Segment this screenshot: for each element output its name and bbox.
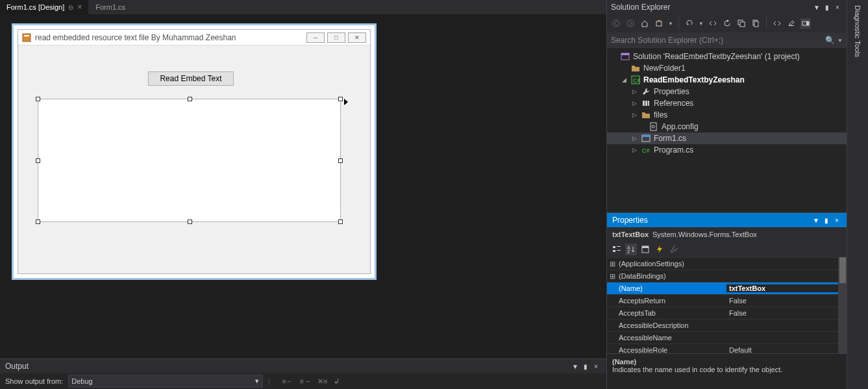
references-node[interactable]: ▷ References	[607, 97, 847, 109]
properties-object-selector[interactable]: txtTextBox System.Windows.Forms.TextBox	[607, 227, 847, 242]
resize-handle[interactable]	[188, 97, 192, 101]
form1-node[interactable]: ▷ Form1.cs	[607, 132, 847, 144]
solution-explorer-search[interactable]: Search Solution Explorer (Ctrl+;) 🔍 ▼	[607, 32, 847, 48]
property-row[interactable]: ⊞(DataBindings)	[607, 270, 847, 282]
collapse-all-icon[interactable]	[736, 18, 747, 29]
close-button[interactable]: ✕	[348, 32, 366, 43]
goto-next-icon[interactable]: ≡→	[300, 377, 311, 386]
events-icon[interactable]	[654, 244, 665, 255]
preview-icon[interactable]	[800, 18, 811, 29]
design-surface[interactable]: read embedded resource text file By Muha…	[12, 23, 377, 280]
properties-header[interactable]: Properties ▼ ▮ ×	[607, 213, 847, 227]
alphabetical-icon[interactable]: AZ	[625, 244, 637, 255]
close-icon[interactable]: ×	[591, 363, 601, 370]
tab-form1-design[interactable]: Form1.cs [Design] ⊖ ×	[0, 0, 89, 14]
minimize-button[interactable]: ─	[306, 32, 325, 43]
expand-icon[interactable]: ⊞	[607, 260, 617, 268]
categorized-icon[interactable]	[611, 244, 623, 255]
refresh-icon[interactable]	[722, 18, 732, 29]
property-name: AccessibleDescription	[617, 321, 726, 329]
pin-icon[interactable]: ▮	[822, 4, 832, 11]
svg-point-2	[613, 20, 619, 27]
expand-icon[interactable]: ⊞	[607, 272, 617, 281]
expand-icon[interactable]: ▷	[630, 135, 638, 142]
solution-node[interactable]: ▷ Solution 'ReadEmbedTextbyZeeshan' (1 p…	[607, 51, 847, 62]
forward-icon[interactable]	[625, 18, 636, 29]
close-icon[interactable]: ×	[832, 217, 842, 224]
property-name: (ApplicationSettings)	[617, 260, 726, 268]
program-node[interactable]: ▷ C# Program.cs	[607, 144, 847, 156]
resize-handle[interactable]	[338, 158, 343, 163]
property-name: (Name)	[617, 284, 726, 292]
search-placeholder: Search Solution Explorer (Ctrl+;)	[611, 36, 723, 45]
resize-handle[interactable]	[188, 220, 192, 224]
show-all-files-icon[interactable]	[750, 18, 761, 29]
properties-grid[interactable]: ⊞(ApplicationSettings)⊞(DataBindings)(Na…	[607, 257, 847, 353]
goto-previous-icon[interactable]: ≡←	[282, 377, 293, 386]
property-value[interactable]: False	[726, 309, 847, 317]
expand-icon[interactable]: ▷	[630, 147, 638, 153]
right-dock: Solution Explorer ▼ ▮ × ▼ ▼ Search Solut…	[606, 0, 847, 389]
toggle-wrap-icon[interactable]: ↲	[334, 377, 340, 386]
close-icon[interactable]: ×	[832, 4, 843, 11]
resize-handle[interactable]	[338, 97, 343, 101]
property-row[interactable]: AccessibleDescription	[607, 319, 847, 331]
folder-node[interactable]: ▷ NewFolder1	[607, 62, 847, 74]
sync-with-active-icon[interactable]	[708, 18, 718, 29]
node-label: References	[654, 99, 693, 108]
project-node[interactable]: ◢ C# ReadEmbedTextbyZeeshan	[607, 74, 847, 86]
property-value[interactable]: Default	[726, 346, 847, 353]
expand-icon[interactable]: ▷	[630, 112, 638, 118]
window-position-icon[interactable]: ▼	[570, 363, 580, 370]
select-value: Debug	[71, 377, 92, 385]
pin-icon[interactable]: ▮	[580, 363, 591, 370]
property-value[interactable]: False	[726, 297, 847, 305]
property-pages-icon[interactable]	[639, 244, 651, 255]
output-header[interactable]: Output ▼ ▮ ×	[0, 359, 606, 373]
smart-tag-icon[interactable]	[344, 99, 348, 105]
property-value[interactable]: txtTextBox	[726, 284, 847, 292]
property-row[interactable]: AcceptsTabFalse	[607, 307, 847, 319]
config-node[interactable]: ▷ App.config	[607, 121, 847, 132]
property-row[interactable]: AccessibleName	[607, 331, 847, 344]
view-code-icon[interactable]	[772, 18, 782, 29]
diagnostic-tools-tab[interactable]: Diagnostic Tools	[847, 0, 868, 389]
property-row[interactable]: AccessibleRoleDefault	[607, 344, 847, 353]
expand-icon[interactable]: ▷	[630, 100, 638, 107]
form-body[interactable]: Read Embed Text	[18, 45, 370, 273]
pin-icon[interactable]: ▮	[821, 217, 832, 224]
back-icon[interactable]	[611, 18, 621, 29]
properties-node[interactable]: ▷ Properties	[607, 86, 847, 97]
properties-icon[interactable]	[786, 18, 797, 29]
resize-handle[interactable]	[338, 220, 343, 224]
scrollbar[interactable]	[838, 257, 847, 353]
property-row[interactable]: ⊞(ApplicationSettings)	[607, 257, 847, 270]
clear-icon[interactable]: ✕≡	[317, 377, 327, 386]
output-source-select[interactable]: Debug ▼	[68, 375, 263, 388]
resize-handle[interactable]	[36, 220, 40, 224]
winform-preview[interactable]: read embedded resource text file By Muha…	[18, 29, 371, 274]
search-icon[interactable]: 🔍	[825, 36, 835, 45]
maximize-button[interactable]: □	[327, 32, 345, 43]
desc-name: (Name)	[612, 358, 842, 366]
resize-handle[interactable]	[36, 97, 40, 101]
textbox-control-selected[interactable]	[38, 99, 341, 222]
home-icon[interactable]	[639, 18, 650, 29]
folder-node[interactable]: ▷ files	[607, 109, 847, 121]
expand-icon[interactable]: ▷	[630, 88, 638, 95]
expand-icon[interactable]: ◢	[620, 77, 628, 83]
solution-explorer-header[interactable]: Solution Explorer ▼ ▮ ×	[607, 0, 847, 14]
tab-form1-cs[interactable]: Form1.cs	[89, 0, 132, 14]
pending-changes-icon[interactable]	[684, 18, 695, 29]
messages-icon[interactable]	[668, 244, 680, 255]
scroll-thumb[interactable]	[839, 257, 846, 283]
close-icon[interactable]: ×	[77, 3, 82, 12]
property-row[interactable]: AcceptsReturnFalse	[607, 294, 847, 307]
window-position-icon[interactable]: ▼	[812, 4, 822, 11]
read-embed-text-button[interactable]: Read Embed Text	[148, 71, 234, 86]
property-row[interactable]: (Name)txtTextBox	[607, 282, 847, 294]
sync-icon[interactable]	[654, 18, 664, 29]
window-position-icon[interactable]: ▼	[811, 217, 821, 224]
property-name: AccessibleName	[617, 334, 726, 342]
resize-handle[interactable]	[36, 158, 40, 163]
